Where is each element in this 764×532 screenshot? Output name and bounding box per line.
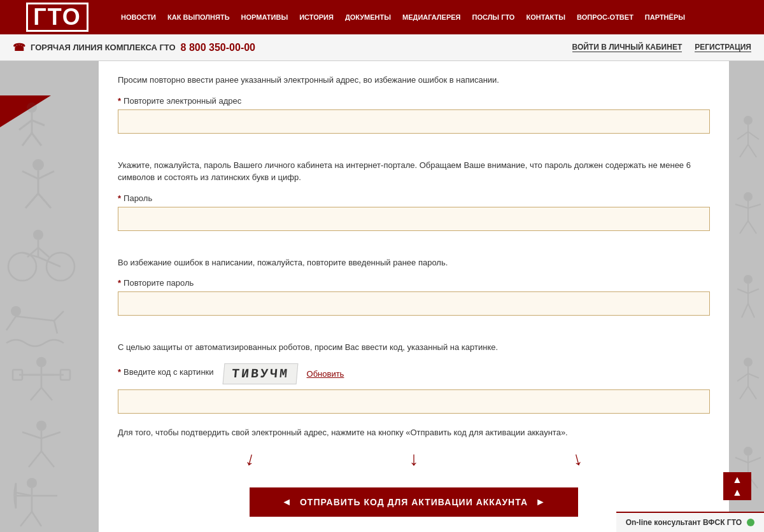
hotline-right: ВОЙТИ В ЛИЧНЫЙ КАБИНЕТ РЕГИСТРАЦИЯ bbox=[572, 43, 751, 52]
captcha-label: *Введите код с картинки bbox=[118, 367, 214, 377]
chevron-up-icon: ▲ bbox=[732, 474, 742, 486]
svg-point-48 bbox=[744, 116, 753, 125]
logo-block: ГТО bbox=[6, 0, 108, 34]
password-description: Укажите, пожалуйста, пароль Вашего лично… bbox=[118, 159, 710, 184]
chevron-up-icon2: ▲ bbox=[732, 487, 742, 498]
email-repeat-description: Просим повторно ввести ранее указанный э… bbox=[118, 74, 710, 87]
logo-text: ГТО bbox=[26, 3, 88, 32]
nav-norms[interactable]: НОРМАТИВЫ bbox=[241, 13, 288, 21]
online-indicator bbox=[747, 519, 754, 526]
activation-description: Для того, чтобы подтвердить свой электро… bbox=[118, 426, 710, 439]
svg-line-69 bbox=[748, 374, 759, 378]
captcha-input[interactable] bbox=[118, 389, 710, 414]
nav-news[interactable]: НОВОСТИ bbox=[121, 13, 156, 21]
header: ГТО НОВОСТИ КАК ВЫПОЛНЯТЬ НОРМАТИВЫ ИСТО… bbox=[0, 0, 764, 34]
consultant-label: On-line консультант ВФСК ГТО bbox=[626, 518, 742, 527]
svg-line-65 bbox=[748, 304, 754, 318]
svg-point-6 bbox=[32, 159, 44, 171]
password-input[interactable] bbox=[118, 207, 710, 231]
svg-line-44 bbox=[20, 512, 32, 526]
nav-how[interactable]: КАК ВЫПОЛНЯТЬ bbox=[167, 13, 230, 21]
nav-contacts[interactable]: КОНТАКТЫ bbox=[526, 13, 565, 21]
scroll-top-button[interactable]: ▲ ▲ bbox=[723, 472, 751, 500]
nav-media[interactable]: МЕДИАГАЛЕРЕЯ bbox=[402, 13, 460, 21]
svg-line-63 bbox=[748, 289, 759, 293]
svg-line-5 bbox=[32, 133, 41, 146]
svg-line-64 bbox=[742, 304, 748, 318]
svg-line-11 bbox=[38, 193, 51, 208]
password-label: *Пароль bbox=[118, 193, 710, 203]
svg-point-14 bbox=[33, 230, 43, 240]
nav-history[interactable]: ИСТОРИЯ bbox=[299, 13, 334, 21]
svg-line-10 bbox=[25, 193, 38, 208]
svg-line-19 bbox=[38, 248, 49, 257]
svg-line-74 bbox=[735, 458, 748, 463]
svg-line-21 bbox=[16, 316, 54, 321]
content-area: Просим повторно ввести ранее указанный э… bbox=[99, 61, 729, 532]
svg-line-68 bbox=[737, 374, 748, 381]
svg-line-75 bbox=[748, 458, 761, 463]
required-star3: * bbox=[118, 278, 121, 288]
svg-line-53 bbox=[748, 144, 756, 157]
sidebar-left bbox=[0, 61, 99, 532]
svg-point-40 bbox=[27, 478, 37, 488]
sports-icons-right bbox=[729, 61, 764, 532]
email-repeat-section: *Повторите электронный адрес bbox=[118, 96, 710, 146]
password-repeat-section: *Повторите пароль bbox=[118, 278, 710, 328]
arrow-left: ↓ bbox=[243, 447, 258, 471]
svg-line-50 bbox=[737, 132, 748, 139]
email-repeat-label: *Повторите электронный адрес bbox=[118, 96, 710, 106]
svg-line-62 bbox=[737, 289, 748, 293]
svg-line-59 bbox=[748, 221, 756, 234]
svg-line-58 bbox=[740, 221, 748, 234]
submit-button[interactable]: ОТПРАВИТЬ КОД ДЛЯ АКТИВАЦИИ АККАУНТА bbox=[250, 487, 578, 517]
svg-line-52 bbox=[740, 144, 748, 157]
nav-partners[interactable]: ПАРТНЁРЫ bbox=[645, 13, 685, 21]
svg-line-37 bbox=[41, 432, 60, 438]
svg-line-27 bbox=[31, 388, 41, 400]
hotline-label: ГОРЯЧАЯ ЛИНИЯ КОМПЛЕКСА ГТО bbox=[31, 43, 176, 52]
svg-line-70 bbox=[740, 386, 748, 399]
login-button[interactable]: ВОЙТИ В ЛИЧНЫЙ КАБИНЕТ bbox=[572, 43, 683, 52]
svg-line-24 bbox=[54, 321, 57, 333]
svg-line-4 bbox=[22, 133, 32, 146]
captcha-refresh[interactable]: Обновить bbox=[307, 369, 344, 379]
required-star: * bbox=[118, 96, 121, 106]
svg-point-0 bbox=[27, 102, 37, 113]
nav-docs[interactable]: ДОКУМЕНТЫ bbox=[345, 13, 391, 21]
nav-ambassadors[interactable]: ПОСЛЫ ГТО bbox=[472, 13, 515, 21]
arrow-center: ↓ bbox=[409, 448, 418, 470]
svg-line-9 bbox=[38, 171, 54, 179]
svg-line-51 bbox=[748, 132, 759, 139]
svg-point-72 bbox=[744, 447, 753, 456]
hotline-bar: ☎ ГОРЯЧАЯ ЛИНИЯ КОМПЛЕКСА ГТО 8 800 350-… bbox=[0, 34, 764, 61]
svg-line-22 bbox=[6, 316, 16, 330]
captcha-description: С целью защиты от автоматизированных роб… bbox=[118, 341, 710, 354]
svg-point-60 bbox=[744, 275, 753, 284]
nav-faq[interactable]: ВОПРОС-ОТВЕТ bbox=[577, 13, 633, 21]
svg-line-45 bbox=[32, 512, 41, 526]
main-layout: Просим повторно ввести ранее указанный э… bbox=[0, 61, 764, 532]
svg-point-34 bbox=[36, 421, 46, 431]
svg-line-2 bbox=[19, 120, 32, 130]
svg-line-8 bbox=[22, 171, 38, 179]
password-repeat-label: *Повторите пароль bbox=[118, 278, 710, 288]
hotline-left: ☎ ГОРЯЧАЯ ЛИНИЯ КОМПЛЕКСА ГТО 8 800 350-… bbox=[13, 41, 255, 53]
svg-line-38 bbox=[29, 451, 41, 467]
required-star4: * bbox=[118, 367, 121, 377]
required-star2: * bbox=[118, 193, 121, 203]
register-button[interactable]: РЕГИСТРАЦИЯ bbox=[695, 43, 751, 52]
arrows-container: ↓ ↓ ↓ bbox=[118, 448, 710, 475]
hotline-phone: 8 800 350-00-00 bbox=[181, 42, 255, 53]
online-consultant[interactable]: On-line консультант ВФСК ГТО bbox=[616, 512, 764, 532]
svg-line-36 bbox=[22, 432, 41, 438]
svg-line-71 bbox=[748, 386, 756, 399]
email-repeat-input[interactable] bbox=[118, 109, 710, 134]
svg-line-23 bbox=[54, 311, 64, 321]
svg-line-3 bbox=[32, 120, 45, 125]
password-repeat-input[interactable] bbox=[118, 291, 710, 316]
svg-point-66 bbox=[744, 358, 753, 367]
sidebar-right bbox=[729, 61, 764, 532]
svg-line-39 bbox=[41, 451, 54, 467]
password-repeat-description: Во избежание ошибок в написании, пожалуй… bbox=[118, 256, 710, 269]
